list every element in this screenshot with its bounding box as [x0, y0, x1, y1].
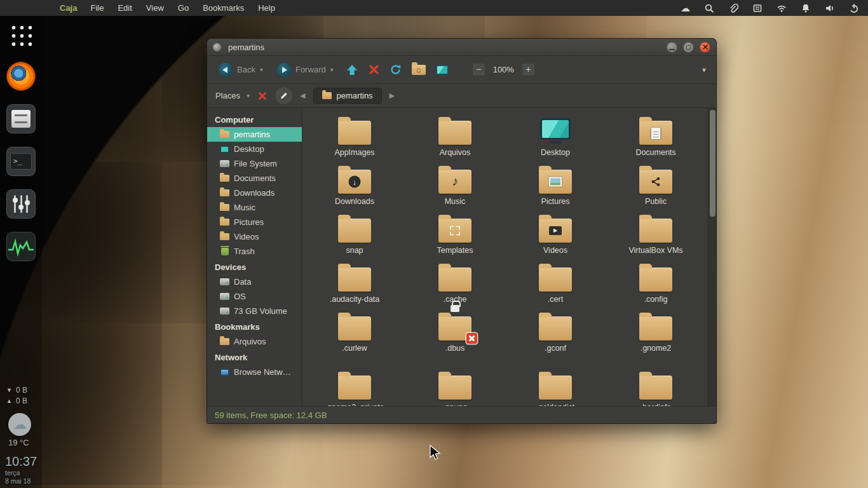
sidebar-item-browse-network[interactable]: Browse Netw… — [207, 365, 302, 379]
notifications-bell-icon[interactable] — [801, 3, 811, 13]
places-selector[interactable]: Places — [215, 91, 240, 100]
file-label: .goldendict — [536, 403, 574, 406]
sidebar-item-music[interactable]: Music — [207, 200, 302, 215]
titlebar[interactable]: pemartins — [207, 39, 716, 56]
sidebar-item-data[interactable]: Data — [207, 274, 302, 289]
menu-edit[interactable]: Edit — [111, 3, 139, 13]
file-item-dbus[interactable]: .dbus — [405, 308, 505, 367]
back-button[interactable]: Back ▾ — [215, 60, 267, 79]
volume-icon[interactable] — [825, 3, 835, 13]
network-wifi-icon[interactable] — [776, 3, 787, 13]
sidebar-item-desktop[interactable]: Desktop — [207, 142, 302, 156]
file-item-documents[interactable]: Documents — [606, 112, 706, 161]
close-x-icon — [258, 92, 267, 100]
breadcrumb-right-arrow-icon[interactable]: ▶ — [388, 92, 396, 100]
sidebar-item-os[interactable]: OS — [207, 289, 302, 304]
back-history-caret-icon[interactable]: ▾ — [260, 66, 263, 73]
search-icon[interactable] — [704, 3, 714, 13]
up-button[interactable] — [344, 62, 360, 78]
edit-location-button[interactable] — [275, 87, 292, 104]
folder-icon — [639, 316, 672, 341]
file-item-gnupg[interactable]: .gnupg — [405, 367, 505, 406]
file-item-templates[interactable]: Templates — [405, 210, 505, 259]
status-bar: 59 items, Free space: 12,4 GB — [207, 406, 716, 423]
sidebar-item-videos[interactable]: Videos — [207, 229, 302, 244]
file-item-config[interactable]: .config — [606, 259, 706, 308]
file-manager-icon[interactable] — [6, 104, 36, 133]
sidebar-item-filesystem[interactable]: File System — [207, 156, 302, 171]
folder-icon — [338, 376, 371, 400]
sidebar-item-trash[interactable]: Trash — [207, 244, 302, 259]
firefox-icon[interactable] — [6, 62, 36, 91]
menubar: Caja File Edit View Go Bookmarks Help ☁ — [0, 0, 868, 16]
menu-go[interactable]: Go — [171, 3, 196, 13]
weather-indicator-icon[interactable]: ☁ — [681, 3, 690, 13]
view-selector-caret-icon[interactable]: ▾ — [702, 65, 709, 74]
terminal-prompt-icon: >_ — [10, 153, 32, 170]
file-view[interactable]: AppImages Arquivos Desktop Documents ↓ D… — [302, 108, 708, 406]
menu-bookmarks[interactable]: Bookmarks — [196, 3, 251, 13]
file-item-gconf[interactable]: .gconf — [505, 308, 606, 367]
zoom-level[interactable]: 100% — [493, 65, 514, 74]
file-item-pictures[interactable]: Pictures — [505, 161, 606, 210]
file-item-curlew[interactable]: .curlew — [304, 308, 405, 367]
file-item-audacity-data[interactable]: .audacity-data — [304, 259, 405, 308]
file-item-music[interactable]: ♪ Music — [405, 161, 505, 210]
file-item-videos[interactable]: ▶ Videos — [505, 210, 606, 259]
file-label: .curlew — [342, 344, 367, 353]
menu-file[interactable]: File — [83, 3, 111, 13]
file-item-hardinfo[interactable]: .hardinfo — [606, 367, 706, 406]
home-button[interactable]: ⌂ — [410, 63, 428, 77]
file-item-virtualbox-vms[interactable]: VirtualBox VMs — [606, 210, 706, 259]
sidebar-item-documents[interactable]: Documents — [207, 171, 302, 186]
file-item-gnome2-private[interactable]: .gnome2_private — [304, 367, 405, 406]
tweak-tool-icon[interactable] — [6, 189, 36, 219]
stop-button[interactable] — [367, 62, 381, 77]
drive-icon — [220, 293, 229, 300]
menu-view[interactable]: View — [139, 3, 171, 13]
sidebar-item-downloads[interactable]: Downloads — [207, 186, 302, 200]
attachment-icon[interactable] — [728, 3, 738, 13]
breadcrumb-left-arrow-icon[interactable]: ◀ — [299, 92, 306, 100]
terminal-icon[interactable]: >_ — [6, 147, 36, 176]
file-item-public[interactable]: Public — [606, 161, 706, 210]
file-item-desktop[interactable]: Desktop — [505, 112, 606, 161]
places-caret-icon[interactable]: ▾ — [247, 92, 250, 99]
file-label: AppImages — [334, 148, 374, 157]
maximize-button[interactable] — [683, 42, 694, 53]
app-menu-icon[interactable] — [8, 22, 34, 48]
sidebar-item-arquivos[interactable]: Arquivos — [207, 334, 302, 349]
scrollbar-thumb[interactable] — [710, 110, 715, 217]
computer-button[interactable] — [434, 63, 451, 77]
file-item-snap[interactable]: snap — [304, 210, 405, 259]
file-item-appimages[interactable]: AppImages — [304, 112, 405, 161]
sidebar-item-label: Trash — [234, 247, 255, 256]
file-label: .dbus — [445, 344, 465, 353]
forward-history-caret-icon[interactable]: ▾ — [330, 66, 334, 73]
panel-list-icon[interactable] — [752, 3, 763, 13]
forward-button[interactable]: Forward ▾ — [273, 60, 337, 79]
zoom-out-button[interactable]: − — [472, 63, 485, 76]
file-item-gnome2[interactable]: .gnome2 — [606, 308, 706, 367]
folder-icon — [220, 175, 229, 182]
file-item-cert[interactable]: .cert — [505, 259, 606, 308]
breadcrumb-home-button[interactable]: pemartins — [313, 88, 382, 104]
menubar-app-name[interactable]: Caja — [53, 3, 83, 13]
system-monitor-icon[interactable] — [6, 232, 36, 261]
scrollbar[interactable] — [708, 108, 716, 406]
minimize-button[interactable] — [667, 42, 677, 53]
file-item-downloads[interactable]: ↓ Downloads — [304, 161, 405, 210]
file-item-arquivos[interactable]: Arquivos — [405, 112, 505, 161]
power-icon[interactable] — [849, 3, 859, 14]
sidebar-item-pictures[interactable]: Pictures — [207, 215, 302, 229]
file-item-goldendict[interactable]: .goldendict — [505, 367, 606, 406]
close-button[interactable] — [700, 42, 710, 53]
menu-help[interactable]: Help — [251, 3, 282, 13]
file-label: Videos — [543, 246, 567, 255]
document-emblem-icon — [651, 128, 661, 139]
refresh-button[interactable] — [388, 62, 403, 78]
zoom-in-button[interactable]: + — [522, 63, 535, 76]
close-sidebar-button[interactable] — [256, 90, 269, 102]
sidebar-item-volume[interactable]: 73 GB Volume — [207, 304, 302, 318]
sidebar-item-pemartins[interactable]: pemartins — [207, 127, 302, 142]
